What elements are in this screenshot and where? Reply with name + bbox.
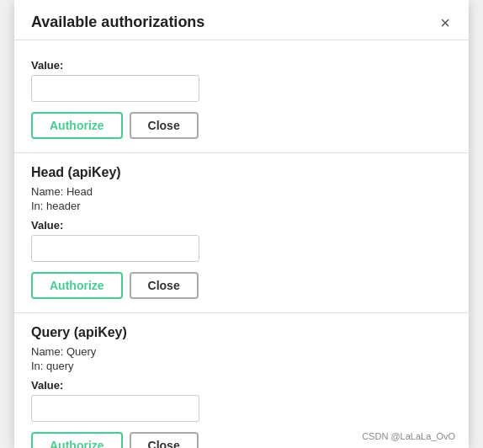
value-label-head: Value:: [31, 219, 452, 232]
modal-title: Available authorizations: [31, 13, 204, 31]
section-title-query: Query (apiKey): [31, 325, 452, 340]
value-input-0[interactable]: [31, 75, 199, 102]
value-input-query[interactable]: [31, 395, 199, 422]
value-label-query: Value:: [31, 379, 452, 392]
auth-section-0: Value: Authorize Close: [14, 40, 469, 153]
close-button[interactable]: ×: [438, 14, 452, 31]
value-label-0: Value:: [31, 59, 452, 72]
section-location-query: In: query: [31, 360, 452, 372]
btn-row-0: Authorize Close: [31, 112, 452, 139]
modal: Available authorizations × Value: Author…: [14, 0, 469, 448]
btn-row-query: Authorize Close: [31, 432, 452, 448]
authorize-button-query[interactable]: Authorize: [31, 432, 123, 448]
authorize-button-0[interactable]: Authorize: [31, 112, 123, 139]
section-name-query: Name: Query: [31, 345, 452, 358]
auth-section-query: Query (apiKey) Name: Query In: query Val…: [14, 313, 469, 448]
auth-section-head: Head (apiKey) Name: Head In: header Valu…: [14, 153, 469, 313]
section-title-head: Head (apiKey): [31, 165, 452, 180]
authorize-button-head[interactable]: Authorize: [31, 272, 123, 299]
section-location-head: In: header: [31, 200, 452, 212]
close-section-button-query[interactable]: Close: [130, 432, 199, 448]
close-section-button-0[interactable]: Close: [130, 112, 199, 139]
modal-overlay: Available authorizations × Value: Author…: [0, 0, 483, 448]
btn-row-head: Authorize Close: [31, 272, 452, 299]
modal-header: Available authorizations ×: [14, 0, 469, 40]
modal-body: Value: Authorize Close Head (apiKey) Nam…: [14, 40, 469, 448]
close-section-button-head[interactable]: Close: [130, 272, 199, 299]
section-name-head: Name: Head: [31, 185, 452, 198]
value-input-head[interactable]: [31, 235, 199, 262]
